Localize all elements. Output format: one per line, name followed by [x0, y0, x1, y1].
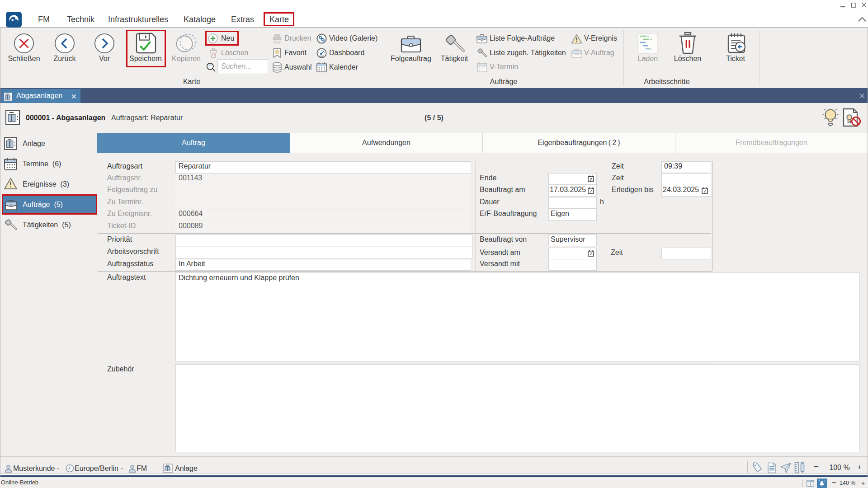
svg-text:7: 7: [703, 189, 706, 193]
svg-text:7: 7: [590, 189, 592, 193]
svg-text:7: 7: [590, 252, 592, 256]
svg-text:7: 7: [590, 177, 592, 182]
